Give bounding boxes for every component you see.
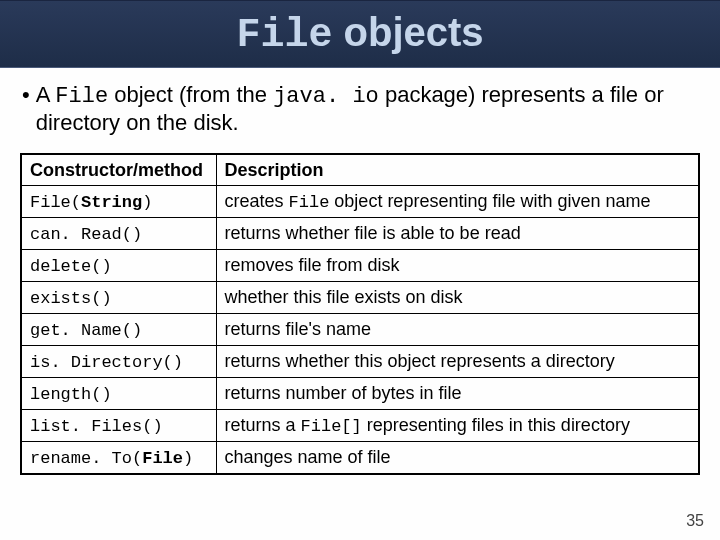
bullet-text: A File object (from the java. io package… xyxy=(36,82,700,137)
title-bar: File objects xyxy=(0,0,720,68)
desc-cell: changes name of file xyxy=(216,442,699,474)
desc-cell: returns whether file is able to be read xyxy=(216,218,699,250)
table-row: get. Name() returns file's name xyxy=(21,314,699,346)
bullet-pre: A xyxy=(36,82,56,107)
table-row: File(String) creates File object represe… xyxy=(21,186,699,218)
header-description: Description xyxy=(216,154,699,186)
slide-title: File objects xyxy=(236,10,483,58)
desc-cell: whether this file exists on disk xyxy=(216,282,699,314)
methods-table: Constructor/method Description File(Stri… xyxy=(20,153,700,475)
method-cell: can. Read() xyxy=(21,218,216,250)
bullet-mid1: object (from the xyxy=(108,82,273,107)
title-code: File xyxy=(236,13,332,58)
desc-cell: returns a File[] representing files in t… xyxy=(216,410,699,442)
bullet-item: • A File object (from the java. io packa… xyxy=(20,82,700,137)
table-row: list. Files() returns a File[] represent… xyxy=(21,410,699,442)
method-cell: get. Name() xyxy=(21,314,216,346)
content-area: • A File object (from the java. io packa… xyxy=(0,68,720,475)
table-row: length() returns number of bytes in file xyxy=(21,378,699,410)
table-header-row: Constructor/method Description xyxy=(21,154,699,186)
title-rest: objects xyxy=(332,10,483,54)
method-cell: length() xyxy=(21,378,216,410)
table-row: exists() whether this file exists on dis… xyxy=(21,282,699,314)
method-cell: rename. To(File) xyxy=(21,442,216,474)
bullet-code-file: File xyxy=(55,84,108,109)
method-cell: list. Files() xyxy=(21,410,216,442)
table-row: can. Read() returns whether file is able… xyxy=(21,218,699,250)
method-cell: is. Directory() xyxy=(21,346,216,378)
method-cell: File(String) xyxy=(21,186,216,218)
desc-cell: creates File object representing file wi… xyxy=(216,186,699,218)
bullet-dot-icon: • xyxy=(22,82,30,108)
header-method: Constructor/method xyxy=(21,154,216,186)
table-row: rename. To(File) changes name of file xyxy=(21,442,699,474)
table-row: delete() removes file from disk xyxy=(21,250,699,282)
desc-cell: returns whether this object represents a… xyxy=(216,346,699,378)
bullet-code-javaio: java. io xyxy=(273,84,379,109)
desc-cell: returns number of bytes in file xyxy=(216,378,699,410)
desc-cell: returns file's name xyxy=(216,314,699,346)
method-cell: exists() xyxy=(21,282,216,314)
page-number: 35 xyxy=(686,512,704,530)
method-cell: delete() xyxy=(21,250,216,282)
table-row: is. Directory() returns whether this obj… xyxy=(21,346,699,378)
desc-cell: removes file from disk xyxy=(216,250,699,282)
